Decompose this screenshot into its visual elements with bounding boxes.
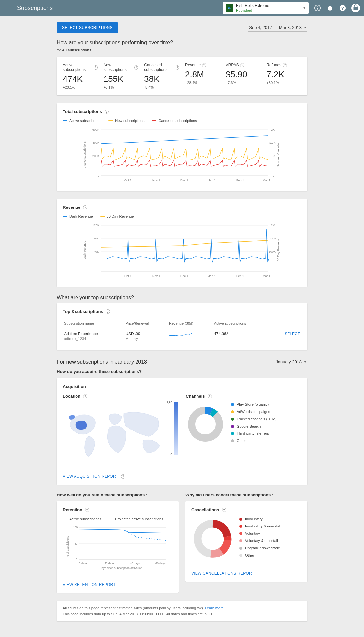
account-icon[interactable] bbox=[351, 4, 360, 12]
channel-legend: Play Store (organic)AdWords campaignsTra… bbox=[231, 402, 277, 446]
legend-item: Third-party referrers bbox=[231, 431, 277, 435]
app-icon: 🐟 bbox=[226, 4, 233, 12]
help-icon[interactable]: ? bbox=[105, 110, 109, 114]
select-row-button[interactable]: SELECT bbox=[285, 332, 300, 336]
help-icon[interactable]: ? bbox=[202, 63, 206, 67]
legend-item: Voluntary bbox=[239, 531, 281, 535]
svg-text:Daily revenue: Daily revenue bbox=[83, 241, 86, 259]
learn-more-link[interactable]: Learn more bbox=[205, 606, 224, 610]
chevron-down-icon: ▼ bbox=[303, 6, 306, 10]
svg-text:?: ? bbox=[341, 6, 344, 11]
svg-text:0: 0 bbox=[98, 270, 99, 273]
svg-text:Days since subscription activa: Days since subscription activation bbox=[99, 566, 142, 570]
kpi-card: Active subscriptions? 474K +20.1% New su… bbox=[57, 57, 307, 95]
svg-text:40 days: 40 days bbox=[130, 562, 140, 565]
view-acquisition-report-link[interactable]: VIEW ACQUISITION REPORT? bbox=[63, 474, 125, 479]
svg-text:Feb 1: Feb 1 bbox=[236, 274, 244, 278]
svg-text:.5K: .5K bbox=[271, 154, 276, 158]
help-icon[interactable]: ? bbox=[222, 508, 226, 512]
svg-text:0: 0 bbox=[273, 174, 274, 177]
revenue-chart: Daily revenue 30 Day Revenue 120K 80K 40… bbox=[63, 220, 301, 280]
help-icon[interactable]: ? bbox=[283, 63, 287, 67]
svg-rect-5 bbox=[354, 7, 358, 10]
help-icon[interactable]: ? bbox=[176, 65, 179, 70]
card-title: Top 3 subscriptions bbox=[63, 309, 103, 314]
svg-text:Nov 1: Nov 1 bbox=[152, 274, 160, 278]
help-icon[interactable]: ? bbox=[85, 508, 89, 512]
card-title: Total subscriptions bbox=[63, 109, 102, 114]
kpi: Cancelled subscriptions? 38K -5.4% bbox=[144, 63, 179, 89]
svg-text:Mar 1: Mar 1 bbox=[263, 274, 270, 278]
svg-text:Jan 1: Jan 1 bbox=[208, 274, 216, 278]
svg-text:80K: 80K bbox=[94, 237, 99, 240]
select-subscriptions-button[interactable]: SELECT SUBSCRIPTIONS bbox=[57, 22, 118, 33]
help-icon[interactable]: ? bbox=[240, 63, 244, 67]
view-retention-report-link[interactable]: VIEW RETENTION REPORT bbox=[63, 582, 116, 587]
top-subscriptions-table: Subscription name Price/Renewal Revenue … bbox=[63, 319, 301, 344]
svg-text:60 days: 60 days bbox=[155, 562, 166, 565]
help-icon[interactable]: ? bbox=[106, 309, 110, 314]
help-icon[interactable]: ? bbox=[121, 474, 125, 479]
date-range-selector[interactable]: Sep 4, 2017 — Mar 3, 2018 ▼ bbox=[248, 24, 307, 32]
svg-text:New and Cancelled: New and Cancelled bbox=[277, 142, 280, 167]
card-title: Retention bbox=[63, 507, 82, 512]
kpi: Refunds? 7.2K +50.1% bbox=[266, 63, 301, 89]
svg-point-1 bbox=[317, 6, 318, 7]
svg-text:20 days: 20 days bbox=[104, 562, 114, 565]
acquire-question: How do you acquire these subscriptions? bbox=[57, 369, 307, 374]
kpi: Active subscriptions? 474K +20.1% bbox=[63, 63, 98, 89]
card-title: Acquisition bbox=[63, 384, 86, 389]
svg-text:600K: 600K bbox=[92, 128, 99, 131]
view-cancellations-report-link[interactable]: VIEW CANCELLATIONS REPORT bbox=[191, 571, 254, 576]
svg-text:600K: 600K bbox=[269, 250, 276, 253]
page-title: Subscriptions bbox=[17, 5, 53, 12]
svg-text:2K: 2K bbox=[271, 128, 275, 131]
acquisition-card: Acquisition Location? bbox=[57, 378, 307, 485]
cancel-legend: InvoluntaryInvoluntary & uninstallVolunt… bbox=[239, 517, 281, 560]
sparkline bbox=[169, 332, 192, 337]
help-icon[interactable]: ? bbox=[339, 4, 346, 12]
legend-item: Involuntary bbox=[239, 517, 281, 521]
svg-text:50: 50 bbox=[75, 542, 78, 545]
bell-icon[interactable] bbox=[326, 4, 334, 12]
total-subscriptions-card: Total subscriptions? Active subscription… bbox=[57, 103, 307, 191]
help-icon[interactable]: ? bbox=[83, 205, 87, 209]
svg-text:1.5K: 1.5K bbox=[269, 141, 276, 144]
kpi: New subscriptions? 155K +6.1% bbox=[104, 63, 138, 89]
channels-donut bbox=[186, 404, 225, 444]
svg-text:Feb 1: Feb 1 bbox=[236, 179, 244, 182]
footnote: All figures on this page represent estim… bbox=[57, 601, 307, 621]
help-icon[interactable]: ? bbox=[208, 394, 212, 398]
svg-text:Oct 1: Oct 1 bbox=[124, 274, 132, 278]
legend-item: Google Search bbox=[231, 424, 277, 428]
top-subscriptions-card: Top 3 subscriptions? Subscription name P… bbox=[57, 303, 307, 350]
svg-text:2M: 2M bbox=[271, 224, 275, 227]
svg-text:120K: 120K bbox=[92, 224, 99, 227]
app-selector[interactable]: 🐟 Fish Rolls Extreme Published ▼ bbox=[223, 2, 309, 14]
svg-text:Dec 1: Dec 1 bbox=[180, 179, 188, 182]
revenue-card: Revenue? Daily Revenue 30 Day Revenue Da… bbox=[57, 199, 307, 287]
date-range-text: Sep 4, 2017 — Mar 3, 2018 bbox=[249, 25, 302, 30]
kpi: ARPAS? $5.90 +7.6% bbox=[226, 63, 261, 89]
legend-item: Tracked channels (UTM) bbox=[231, 417, 277, 421]
svg-text:1.3M: 1.3M bbox=[269, 237, 276, 240]
legend-item: Involuntary & uninstall bbox=[239, 524, 281, 528]
svg-text:40K: 40K bbox=[94, 250, 99, 253]
app-header: Subscriptions 🐟 Fish Rolls Extreme Publi… bbox=[0, 0, 364, 16]
svg-text:Jan 1: Jan 1 bbox=[208, 179, 216, 182]
hamburger-icon[interactable] bbox=[4, 4, 12, 12]
retain-question: How well do you retain these subscriptio… bbox=[57, 493, 179, 497]
legend-item: Other bbox=[231, 439, 277, 443]
info-icon[interactable] bbox=[314, 4, 321, 12]
help-icon[interactable]: ? bbox=[134, 65, 138, 70]
help-icon[interactable]: ? bbox=[94, 65, 97, 70]
help-icon[interactable]: ? bbox=[83, 394, 87, 398]
svg-text:% of acquisitions: % of acquisitions bbox=[66, 536, 69, 558]
table-row: Ad-free Experienceadfreex_1234 USD .99Mo… bbox=[63, 328, 301, 344]
card-title: Cancellations bbox=[191, 507, 219, 512]
month-selector[interactable]: January 2018▼ bbox=[275, 358, 307, 366]
legend-item: Play Store (organic) bbox=[231, 402, 277, 406]
svg-text:Dec 1: Dec 1 bbox=[180, 274, 188, 278]
svg-text:Oct 1: Oct 1 bbox=[124, 179, 132, 182]
svg-text:0: 0 bbox=[98, 174, 99, 177]
